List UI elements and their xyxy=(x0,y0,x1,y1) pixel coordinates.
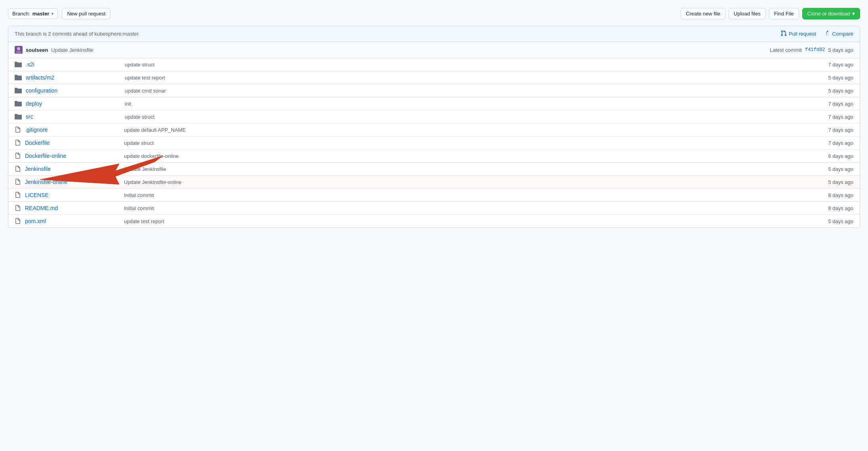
branch-label: Branch: xyxy=(12,11,30,17)
file-time: 5 days ago xyxy=(814,75,853,81)
new-pull-request-button[interactable]: New pull request xyxy=(62,8,110,19)
file-time: 7 days ago xyxy=(814,101,853,107)
table-row: artifacts/m2update test report5 days ago xyxy=(8,71,860,84)
file-commit-message: update struct xyxy=(112,140,814,146)
file-time: 7 days ago xyxy=(814,114,853,120)
file-commit-message: update cmd sonar xyxy=(113,88,814,94)
file-icon xyxy=(15,153,21,159)
table-row: srcupdate struct7 days ago xyxy=(8,110,860,123)
svg-point-1 xyxy=(16,51,21,54)
file-commit-message: update test report xyxy=(112,218,814,224)
file-time: 8 days ago xyxy=(814,205,853,211)
commit-bar: soulseen Update Jenkinsfile Latest commi… xyxy=(8,42,860,58)
file-icon xyxy=(15,205,21,211)
commit-hash-link[interactable]: f41fd02 xyxy=(805,47,825,53)
file-commit-message: update default APP_NAME xyxy=(112,127,814,133)
file-name-link[interactable]: Jenkinsfile-online xyxy=(25,179,112,185)
table-row: Dockerfile-onlineupdate dockerfile-onlin… xyxy=(8,150,860,163)
avatar xyxy=(15,46,23,54)
file-name-link[interactable]: LICENSE xyxy=(25,192,112,198)
svg-point-0 xyxy=(17,47,20,50)
commit-message: Update Jenkinsfile xyxy=(51,47,93,53)
file-name-link[interactable]: deploy xyxy=(26,100,113,107)
table-row: deployinit7 days ago xyxy=(8,97,860,110)
clone-or-download-button[interactable]: Clone or download ▾ xyxy=(802,8,860,19)
table-row: pom.xmlupdate test report5 days ago xyxy=(8,215,860,227)
info-bar-actions: Pull request Compare xyxy=(780,30,853,38)
file-commit-message: update test report xyxy=(113,75,814,81)
file-name-link[interactable]: artifacts/m2 xyxy=(26,74,113,81)
file-commit-message: Initial commit xyxy=(112,205,814,211)
file-time: 7 days ago xyxy=(814,127,853,133)
file-time: 5 days ago xyxy=(814,166,853,172)
folder-icon xyxy=(15,61,22,68)
commit-time: 5 days ago xyxy=(828,47,853,53)
repo-file-browser: This branch is 2 commits ahead of kubesp… xyxy=(8,26,860,228)
latest-commit-label: Latest commit xyxy=(770,47,802,53)
pull-request-link[interactable]: Pull request xyxy=(780,30,816,38)
file-name-link[interactable]: README.md xyxy=(25,205,112,211)
commit-bar-left: soulseen Update Jenkinsfile xyxy=(15,46,93,54)
compare-label: Compare xyxy=(832,31,853,37)
file-icon xyxy=(15,218,21,224)
file-icon xyxy=(15,127,21,133)
file-time: 5 days ago xyxy=(814,218,853,224)
table-row: configurationupdate cmd sonar5 days ago xyxy=(8,84,860,97)
file-icon xyxy=(15,179,21,185)
toolbar-right: Create new file Upload files Find File C… xyxy=(681,8,860,19)
file-commit-message: Update Jenkinsfile xyxy=(112,166,814,172)
folder-icon xyxy=(15,87,22,94)
file-time: 5 days ago xyxy=(814,88,853,94)
file-list: .s2iupdate struct7 days ago artifacts/m2… xyxy=(8,58,860,227)
chevron-down-icon: ▾ xyxy=(51,11,53,16)
file-name-link[interactable]: Dockerfile xyxy=(25,140,112,146)
find-file-button[interactable]: Find File xyxy=(769,8,799,19)
toolbar: Branch: master ▾ New pull request Create… xyxy=(8,8,860,19)
table-row: JenkinsfileUpdate Jenkinsfile5 days ago xyxy=(8,163,860,176)
branch-name: master xyxy=(32,11,49,17)
pull-request-icon xyxy=(780,30,787,38)
file-time: 7 days ago xyxy=(814,62,853,68)
file-name-link[interactable]: .s2i xyxy=(26,61,113,68)
file-commit-message: update struct xyxy=(113,62,814,68)
table-row: Dockerfileupdate struct7 days ago xyxy=(8,136,860,150)
folder-icon xyxy=(15,100,22,107)
file-commit-message: Initial commit xyxy=(112,192,814,198)
file-time: 5 days ago xyxy=(814,179,853,185)
compare-icon xyxy=(824,30,830,38)
folder-icon xyxy=(15,74,22,81)
file-commit-message: update struct xyxy=(113,114,814,120)
chevron-down-icon: ▾ xyxy=(852,11,855,17)
file-commit-message: update dockerfile-online xyxy=(112,153,814,159)
file-name-link[interactable]: Dockerfile-online xyxy=(25,153,112,159)
file-name-link[interactable]: pom.xml xyxy=(25,218,112,224)
toolbar-left: Branch: master ▾ New pull request xyxy=(8,8,110,19)
create-new-file-button[interactable]: Create new file xyxy=(681,8,725,19)
file-icon xyxy=(15,192,21,198)
pull-request-label: Pull request xyxy=(789,31,816,37)
table-row: README.mdInitial commit8 days ago xyxy=(8,202,860,215)
table-row: Jenkinsfile-onlineUpdate Jenkinsfile-onl… xyxy=(8,176,860,189)
clone-label: Clone or download xyxy=(807,11,850,17)
compare-link[interactable]: Compare xyxy=(824,30,853,38)
branch-selector[interactable]: Branch: master ▾ xyxy=(8,8,58,19)
file-name-link[interactable]: configuration xyxy=(26,87,113,94)
file-name-link[interactable]: .gitignore xyxy=(25,127,112,133)
table-row: LICENSEInitial commit8 days ago xyxy=(8,189,860,202)
upload-files-button[interactable]: Upload files xyxy=(729,8,766,19)
file-icon xyxy=(15,166,21,172)
file-name-link[interactable]: src xyxy=(26,114,113,120)
info-bar: This branch is 2 commits ahead of kubesp… xyxy=(8,26,860,42)
file-commit-message: Update Jenkinsfile-online xyxy=(112,179,814,185)
info-bar-message: This branch is 2 commits ahead of kubesp… xyxy=(15,31,140,37)
table-row: .s2iupdate struct7 days ago xyxy=(8,58,860,71)
file-icon xyxy=(15,140,21,146)
table-row: .gitignoreupdate default APP_NAME7 days … xyxy=(8,123,860,136)
file-commit-message: init xyxy=(113,101,814,107)
folder-icon xyxy=(15,114,22,120)
commit-author[interactable]: soulseen xyxy=(26,47,48,53)
file-name-link[interactable]: Jenkinsfile xyxy=(25,166,112,172)
file-time: 7 days ago xyxy=(814,140,853,146)
commit-bar-right: Latest commit f41fd02 5 days ago xyxy=(770,47,853,53)
file-time: 6 days ago xyxy=(814,153,853,159)
